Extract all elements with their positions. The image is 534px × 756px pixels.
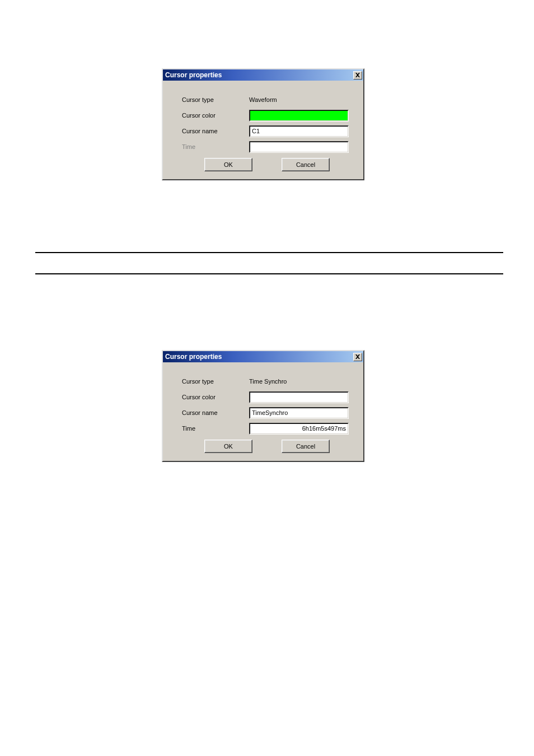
cursor-color-swatch[interactable]	[249, 110, 349, 122]
cursor-name-label: Cursor name	[171, 409, 249, 416]
dialog-title: Cursor properties	[165, 71, 222, 79]
cursor-name-field[interactable]: C1	[249, 125, 349, 137]
close-icon	[355, 354, 360, 359]
close-button[interactable]	[353, 353, 362, 361]
time-field[interactable]: 6h16m5s497ms	[249, 423, 349, 435]
time-value: 6h16m5s497ms	[250, 423, 348, 434]
time-value	[250, 142, 348, 152]
cursor-color-swatch-inner	[250, 110, 348, 121]
cursor-name-label: Cursor name	[171, 128, 249, 134]
cancel-button-label: Cancel	[296, 443, 315, 450]
dialog-body: Cursor type Time Synchro Cursor color Cu…	[163, 362, 363, 461]
cursor-properties-dialog: Cursor properties Cursor type Waveform C…	[162, 68, 364, 180]
cursor-properties-dialog: Cursor properties Cursor type Time Synch…	[162, 350, 364, 462]
titlebar[interactable]: Cursor properties	[163, 69, 363, 81]
cursor-name-value: TimeSynchro	[250, 408, 348, 418]
cursor-color-label: Cursor color	[171, 112, 249, 119]
cursor-type-label: Cursor type	[171, 378, 249, 385]
cursor-name-value: C1	[250, 126, 348, 137]
cursor-color-swatch-inner	[250, 392, 348, 403]
divider	[35, 252, 503, 253]
close-button[interactable]	[353, 71, 362, 80]
dialog-title: Cursor properties	[165, 353, 222, 361]
close-icon	[355, 73, 360, 77]
cancel-button-label: Cancel	[296, 161, 315, 168]
divider	[35, 273, 503, 274]
button-row: OK Cancel	[171, 155, 355, 174]
ok-button[interactable]: OK	[204, 158, 252, 171]
cursor-name-field[interactable]: TimeSynchro	[249, 407, 349, 419]
cursor-color-swatch[interactable]	[249, 391, 349, 403]
dialog-body: Cursor type Waveform Cursor color Cursor…	[163, 81, 363, 179]
button-row: OK Cancel	[171, 436, 355, 455]
cancel-button[interactable]: Cancel	[282, 440, 330, 453]
time-field	[249, 141, 349, 153]
cursor-color-label: Cursor color	[171, 394, 249, 400]
cursor-type-value: Time Synchro	[249, 378, 349, 385]
time-label: Time	[171, 143, 249, 150]
ok-button-label: OK	[224, 161, 233, 168]
ok-button[interactable]: OK	[204, 440, 252, 453]
ok-button-label: OK	[224, 443, 233, 450]
cancel-button[interactable]: Cancel	[282, 158, 330, 171]
titlebar[interactable]: Cursor properties	[163, 351, 363, 362]
cursor-type-value: Waveform	[249, 96, 349, 103]
time-label: Time	[171, 425, 249, 432]
cursor-type-label: Cursor type	[171, 96, 249, 103]
